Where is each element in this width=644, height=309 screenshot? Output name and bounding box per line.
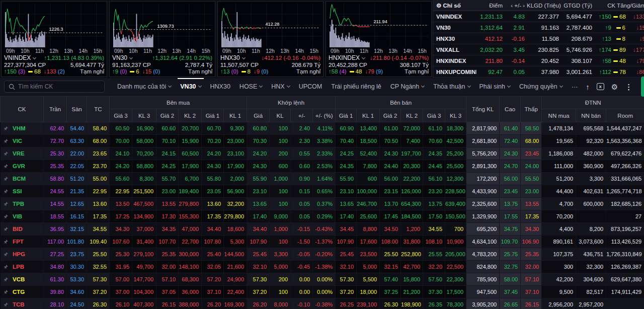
stock-row[interactable]: HPG27.2523.7525.5025.30279,10025.35300,0… [1,248,644,261]
tab-hnx30[interactable]: HNX30 [206,78,235,96]
pin-cell[interactable] [1,185,12,198]
stock-symbol[interactable]: VIC [12,135,44,147]
excel-export-icon[interactable]: x [597,83,604,90]
stock-symbol[interactable]: HPG [12,248,44,261]
stock-row[interactable]: TPB14.5512.6513.6013.50467,50013.55279,8… [1,198,644,210]
index-row[interactable]: VNXALL2,032.203.45230.8255,746.926↑17489… [433,44,644,55]
stock-row[interactable]: VCB61.3053.3057.3057.00147,70057.1068,30… [1,273,644,286]
foreign-buy: 19,565 [542,135,576,147]
sell-price-2: 70.50 [380,135,401,147]
pin-icon[interactable] [3,226,9,232]
search-input[interactable] [18,83,100,90]
export-up-icon[interactable]: ↑ [586,83,590,91]
pin-cell[interactable] [1,147,12,160]
stock-row[interactable]: VIB18.5516.1517.3517.25134,90017.30155,3… [1,210,644,223]
stock-symbol[interactable]: BID [12,223,44,236]
stock-row[interactable]: GVR25.3522.0523.7024.2058,80024.2517,900… [1,160,644,173]
pin-cell[interactable] [1,248,12,261]
tab-ch-ng-quy-n[interactable]: Chứng quyền [515,78,567,96]
stock-row[interactable]: FPT117.00101.80109.40107.6031,400107.702… [1,236,644,248]
pin-icon[interactable] [3,239,9,245]
stock-symbol[interactable]: FPT [12,236,44,248]
reference-value-label: 412.28 [266,22,280,27]
pin-cell[interactable] [1,286,12,298]
stock-row[interactable]: VIC72.7063.3068.0070.0058,00070.1015,900… [1,135,644,147]
pin-icon[interactable] [3,176,9,182]
col-header-buy-vol1: KL 1 [224,109,247,122]
pin-cell[interactable] [1,223,12,236]
index-row[interactable]: HNX30412.12-0.1611.508208.679↑138↓9 [433,33,644,44]
index-name[interactable]: VN30 [112,55,132,62]
stock-row[interactable]: SSI24.5521.3522.9522.95251,50023.00189,4… [1,185,644,198]
pin-icon[interactable] [3,151,9,157]
tab-vn30[interactable]: VN30 [176,78,205,96]
pin-cell[interactable] [1,261,12,273]
stock-symbol[interactable]: GVR [12,160,44,173]
index-name[interactable]: HNX30 [220,55,245,62]
pin-cell[interactable] [1,173,12,185]
index-row[interactable]: VNINDEX1,231.134.83227.3775,694.477↑1506… [433,11,644,22]
pin-icon[interactable] [3,277,9,282]
pin-cell[interactable] [1,198,12,210]
tab-ph-i-sinh[interactable]: Phái sinh [475,78,515,96]
stock-symbol[interactable]: VHM [12,122,44,135]
index-row[interactable]: HNXUPCOMINDEX92.470.0537.9803,001.261↑11… [433,66,644,78]
stock-symbol[interactable]: VRE [12,147,44,160]
pin-icon[interactable] [3,302,9,307]
stock-symbol[interactable]: VIB [12,210,44,223]
settings-gear-icon[interactable]: ⚙ [436,3,441,9]
stock-row[interactable]: CTG39.8034.6037.2037.00104,30037.0536,00… [1,286,644,298]
stock-symbol[interactable]: TPB [12,198,44,210]
stock-row[interactable]: LPB34.8030.3032.5531.9549,70032.00148,10… [1,261,644,273]
foreign-buy: 44,400 [542,185,576,198]
stock-row[interactable]: VRE25.3022.0023.6524.1070,20024.1560,500… [1,147,644,160]
tab-cp-ng-nh[interactable]: CP Ngành [386,78,429,96]
index-row[interactable]: VN301,312.642.9191.1632,787.400↑96↓15 [433,22,644,33]
tab-danh-m-c-c-a-t-i[interactable]: Danh mục của tôi [113,78,176,96]
pin-icon[interactable] [3,138,9,144]
stock-symbol[interactable]: VCB [12,273,44,286]
settings-gear-icon[interactable]: ⚙ [611,83,618,91]
stock-row[interactable]: BID36.9532.1534.5534.3037,00034.3547,000… [1,223,644,236]
search-box[interactable] [4,81,105,93]
pin-cell[interactable] [1,273,12,286]
stock-symbol[interactable]: BCM [12,173,44,185]
tab-hnx[interactable]: HNX [267,78,294,96]
index-header-change[interactable]: ‹ +/- › [505,0,527,11]
stock-row[interactable]: VHM62.4054.4058.4060.5016,90060.6020,700… [1,122,644,135]
pin-cell[interactable] [1,160,12,173]
tab-tr-i-phi-u-ri-ng-l-[interactable]: Trái phiếu riêng lẻ [327,78,386,96]
stock-row[interactable]: BCM58.8051.2055.0055.608,30055.706,70055… [1,173,644,185]
pin-icon[interactable] [3,126,9,131]
index-name[interactable]: HNXINDEX [329,55,365,62]
stock-symbol[interactable]: TCB [12,298,44,309]
foreign-buy: 4,400 [542,223,576,236]
index-row[interactable]: HNXINDEX211.80-0.1420.452308.107↑5848↓79 [433,55,644,66]
pin-icon[interactable] [3,289,9,295]
stock-symbol[interactable]: SSI [12,185,44,198]
pin-icon[interactable] [3,201,9,207]
pin-cell[interactable] [1,122,12,135]
tab-th-a-thu-n[interactable]: Thỏa thuận [429,78,474,96]
time-tick: 09h [6,48,15,55]
stock-symbol[interactable]: LPB [12,261,44,273]
pin-cell[interactable] [1,210,12,223]
pin-icon[interactable] [3,214,9,219]
pin-icon[interactable] [3,189,9,194]
tab--[interactable]: ⋯ [567,78,583,96]
stock-symbol[interactable]: CTG [12,286,44,298]
kebab-menu-icon[interactable]: ⋮ [625,83,632,91]
pin-icon[interactable] [3,252,9,257]
index-name[interactable]: VNINDEX [4,55,36,62]
pin-cell[interactable] [1,236,12,248]
pin-icon[interactable] [3,164,9,169]
pin-icon[interactable] [3,264,9,270]
tab-hose[interactable]: HOSE [235,78,267,96]
foreign-room: 1,563,356,368 [606,135,644,147]
place-order-button[interactable]: Đặt lệnh [641,76,644,97]
pin-cell[interactable] [1,298,12,309]
sell-price-3: 57.50 [423,273,445,286]
stock-row[interactable]: TCB28.1024.5026.3026.10407,30026.15388,0… [1,298,644,309]
tab-upcom[interactable]: UPCOM [294,78,327,96]
pin-cell[interactable] [1,135,12,147]
